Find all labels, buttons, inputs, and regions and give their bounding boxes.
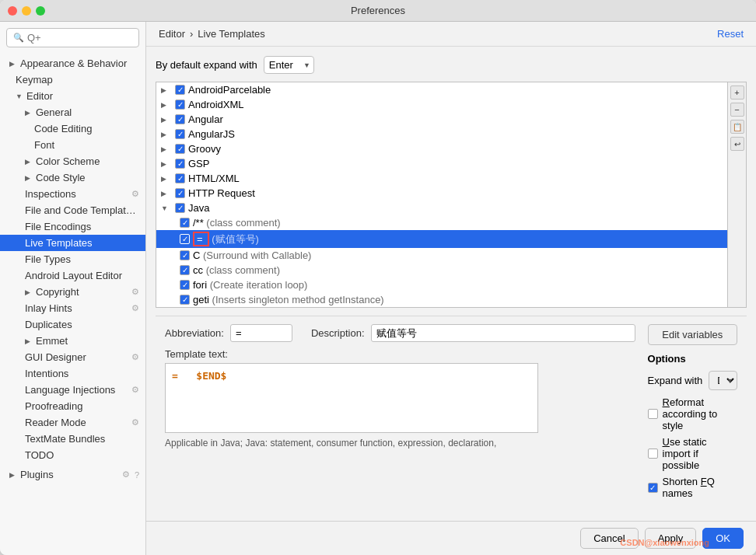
sidebar-item-android-layout-editor[interactable]: Android Layout Editor bbox=[0, 267, 145, 284]
tpl-group-httprequest[interactable]: ▶ ✓ HTTP Request bbox=[156, 186, 727, 201]
sidebar-item-label: Live Templates bbox=[25, 237, 92, 249]
tpl-check[interactable]: ✓ bbox=[175, 99, 185, 110]
sidebar-item-label: Duplicates bbox=[25, 319, 72, 330]
tpl-item-geti[interactable]: ✓ geti (Inserts singleton method getInst… bbox=[156, 292, 727, 307]
static-import-checkbox[interactable] bbox=[648, 449, 658, 459]
tpl-group-angularjs[interactable]: ▶ ✓ AngularJS bbox=[156, 127, 727, 141]
tpl-group-gsp[interactable]: ▶ ✓ GSP bbox=[156, 156, 727, 171]
sidebar-item-label: Inspections bbox=[25, 188, 76, 200]
tpl-check[interactable]: ✓ bbox=[175, 173, 185, 183]
remove-template-button[interactable]: − bbox=[730, 103, 744, 117]
tpl-check[interactable]: ✓ bbox=[175, 159, 185, 169]
expand-with-select[interactable]: Enter Tab Space bbox=[264, 56, 314, 74]
tpl-check[interactable]: ✓ bbox=[180, 218, 190, 228]
close-button[interactable] bbox=[8, 6, 17, 16]
tpl-group-htmlxml[interactable]: ▶ ✓ HTML/XML bbox=[156, 171, 727, 186]
expand-with-options-dropdown-wrap[interactable]: Default (Enter) Enter Tab Space bbox=[709, 371, 737, 390]
chevron-right-icon: ▶ bbox=[161, 175, 172, 183]
sidebar-item-duplicates[interactable]: Duplicates bbox=[0, 316, 145, 333]
tpl-item-class-comment[interactable]: ✓ /** (class comment) bbox=[156, 215, 727, 230]
tpl-item-equals[interactable]: ✓ = (赋值等号) bbox=[156, 230, 727, 248]
template-text-editor[interactable]: = $END$ bbox=[165, 363, 538, 433]
copy-template-button[interactable]: 📋 bbox=[730, 120, 744, 134]
tpl-group-java[interactable]: ▼ ✓ Java bbox=[156, 201, 727, 215]
tpl-check[interactable]: ✓ bbox=[180, 265, 190, 275]
tpl-item-cc[interactable]: ✓ cc (class comment) bbox=[156, 263, 727, 278]
tpl-check[interactable]: ✓ bbox=[175, 129, 185, 139]
sidebar-item-color-scheme[interactable]: ▶ Color Scheme bbox=[0, 153, 145, 169]
tpl-item-callable[interactable]: ✓ C (Surround with Callable) bbox=[156, 248, 727, 263]
shorten-fq-checkbox[interactable] bbox=[648, 483, 658, 493]
add-template-button[interactable]: + bbox=[730, 86, 744, 99]
options-section: Options Expand with Default (Enter) Ente… bbox=[648, 353, 737, 499]
sidebar-item-live-templates[interactable]: Live Templates bbox=[0, 235, 145, 251]
search-input[interactable] bbox=[27, 32, 132, 44]
tpl-group-label: Groovy bbox=[188, 143, 221, 155]
tpl-check[interactable]: ✓ bbox=[175, 188, 185, 198]
reformat-checkbox[interactable] bbox=[648, 409, 658, 419]
sidebar-item-plugins[interactable]: ▶ Plugins ⚙ ? bbox=[0, 466, 145, 483]
sidebar-item-font[interactable]: Font bbox=[0, 137, 145, 153]
maximize-button[interactable] bbox=[36, 6, 45, 16]
tpl-check[interactable]: ✓ bbox=[175, 85, 185, 95]
sidebar-item-file-types[interactable]: File Types bbox=[0, 251, 145, 267]
sidebar-item-intentions[interactable]: Intentions bbox=[0, 365, 145, 382]
tpl-check[interactable]: ✓ bbox=[175, 203, 185, 213]
tpl-check[interactable]: ✓ bbox=[180, 280, 190, 290]
template-list[interactable]: ▶ ✓ AndroidParcelable ▶ ✓ AndroidXML ▶ ✓ bbox=[156, 82, 728, 308]
search-box[interactable]: 🔍 bbox=[6, 28, 139, 47]
reader-mode-badge: ⚙ bbox=[131, 417, 139, 428]
tpl-group-angular[interactable]: ▶ ✓ Angular bbox=[156, 112, 727, 127]
sidebar-item-editor[interactable]: ▼ Editor bbox=[0, 88, 145, 104]
sidebar-item-appearance[interactable]: ▶ Appearance & Behavior bbox=[0, 55, 145, 72]
restore-template-button[interactable]: ↩ bbox=[730, 137, 744, 151]
sidebar-item-inspections[interactable]: Inspections ⚙ bbox=[0, 186, 145, 202]
sidebar-item-copyright[interactable]: ▶ Copyright ⚙ bbox=[0, 284, 145, 300]
tpl-check[interactable]: ✓ bbox=[175, 144, 185, 154]
sidebar-item-file-code-templates[interactable]: File and Code Templat… bbox=[0, 202, 145, 218]
sidebar-item-general[interactable]: ▶ General bbox=[0, 104, 145, 120]
sidebar-item-label: Android Layout Editor bbox=[25, 270, 122, 281]
expand-with-dropdown-wrap[interactable]: Enter Tab Space bbox=[264, 56, 314, 74]
tpl-check[interactable]: ✓ bbox=[180, 250, 190, 260]
tpl-item-label: C (Surround with Callable) bbox=[193, 250, 311, 261]
reset-button[interactable]: Reset bbox=[717, 28, 744, 40]
sidebar-item-language-injections[interactable]: Language Injections ⚙ bbox=[0, 382, 145, 398]
sidebar-item-file-encodings[interactable]: File Encodings bbox=[0, 218, 145, 235]
sidebar-item-proofreading[interactable]: Proofreading bbox=[0, 398, 145, 414]
cancel-button[interactable]: Cancel bbox=[580, 528, 638, 549]
tpl-group-androidxml[interactable]: ▶ ✓ AndroidXML bbox=[156, 97, 727, 112]
tpl-check[interactable]: ✓ bbox=[175, 114, 185, 124]
sidebar-item-reader-mode[interactable]: Reader Mode ⚙ bbox=[0, 414, 145, 431]
breadcrumb-page: Live Templates bbox=[198, 28, 264, 40]
chevron-right-icon: ▶ bbox=[25, 109, 33, 117]
sidebar-item-label: GUI Designer bbox=[25, 351, 86, 363]
sidebar-item-textmate-bundles[interactable]: TextMate Bundles bbox=[0, 431, 145, 447]
sidebar-item-label: General bbox=[36, 106, 72, 118]
gui-designer-badge: ⚙ bbox=[131, 352, 139, 362]
apply-button[interactable]: Apply bbox=[645, 528, 697, 549]
tpl-check[interactable]: ✓ bbox=[180, 234, 190, 244]
sidebar-item-emmet[interactable]: ▶ Emmet bbox=[0, 333, 145, 349]
sidebar-item-inlay-hints[interactable]: Inlay Hints ⚙ bbox=[0, 300, 145, 316]
ok-button[interactable]: OK bbox=[702, 528, 744, 549]
tpl-item-fori[interactable]: ✓ fori (Create iteration loop) bbox=[156, 278, 727, 292]
sidebar-item-todo[interactable]: TODO bbox=[0, 447, 145, 463]
tpl-item-iterate[interactable]: ✓ I (Iterate Iterable or array) bbox=[156, 307, 727, 308]
minimize-button[interactable] bbox=[22, 6, 31, 16]
edit-variables-button[interactable]: Edit variables bbox=[648, 324, 737, 345]
tpl-group-androidparcelable[interactable]: ▶ ✓ AndroidParcelable bbox=[156, 82, 727, 97]
expand-with-options-select[interactable]: Default (Enter) Enter Tab Space bbox=[709, 371, 737, 390]
sidebar-item-keymap[interactable]: Keymap bbox=[0, 72, 145, 88]
tpl-group-label: HTTP Request bbox=[188, 187, 255, 199]
tpl-check[interactable]: ✓ bbox=[180, 295, 190, 305]
tpl-group-groovy[interactable]: ▶ ✓ Groovy bbox=[156, 141, 727, 156]
abbreviation-input[interactable] bbox=[230, 324, 292, 342]
sidebar-item-code-editing[interactable]: Code Editing bbox=[0, 120, 145, 137]
sidebar-item-label: Appearance & Behavior bbox=[20, 58, 127, 69]
sidebar-item-code-style[interactable]: ▶ Code Style bbox=[0, 169, 145, 186]
description-input[interactable] bbox=[371, 324, 635, 342]
expand-with-options-row: Expand with Default (Enter) Enter Tab Sp… bbox=[648, 371, 737, 390]
chevron-right-icon: ▶ bbox=[25, 174, 33, 182]
sidebar-item-gui-designer[interactable]: GUI Designer ⚙ bbox=[0, 349, 145, 365]
